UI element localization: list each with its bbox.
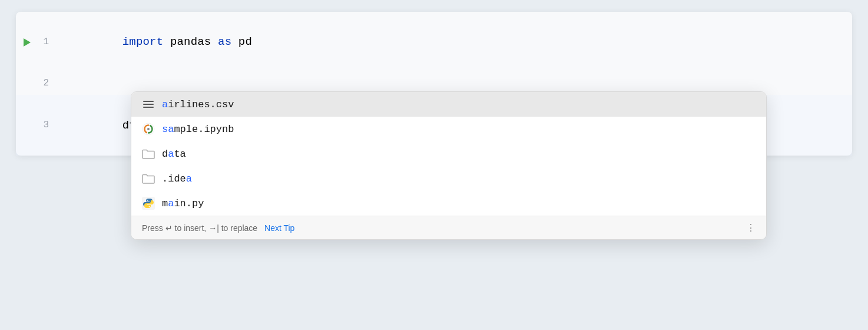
- keyword-import: import: [122, 35, 164, 48]
- svg-point-4: [147, 200, 148, 201]
- jupyter-icon: [142, 123, 155, 136]
- match-a3: a: [186, 173, 192, 184]
- folder-data-icon: [142, 147, 155, 160]
- line-number-1: 1: [37, 35, 49, 50]
- autocomplete-dropdown: airlines.csv sample.ipynb data: [131, 91, 767, 240]
- line-gutter-1: 1: [16, 35, 63, 50]
- lines-icon: [143, 101, 154, 108]
- svg-marker-0: [24, 38, 31, 47]
- footer-hint: Press ↵ to insert, →| to replace Next Ti…: [142, 223, 294, 233]
- footer-hint-text: Press ↵ to insert, →| to replace: [142, 223, 257, 233]
- item-text-data: data: [162, 148, 186, 160]
- editor-container: 1 import pandas as pd 2 3 df = pd.read_c…: [16, 12, 852, 156]
- line-content-2[interactable]: [63, 82, 852, 85]
- run-icon[interactable]: [21, 37, 32, 48]
- code-line-1: 1 import pandas as pd: [16, 12, 852, 72]
- line-gutter-3: 3: [16, 118, 63, 133]
- match-a: a: [162, 99, 168, 110]
- line-content-1[interactable]: import pandas as pd: [63, 14, 852, 70]
- autocomplete-item-idea[interactable]: .idea: [131, 166, 766, 191]
- keyword-as: as: [218, 35, 231, 48]
- python-file-icon: [142, 197, 155, 210]
- svg-point-2: [147, 128, 150, 130]
- item-text-idea: .idea: [162, 173, 192, 184]
- module-pandas: pandas: [170, 35, 211, 48]
- autocomplete-item-airlines-csv[interactable]: airlines.csv: [131, 92, 766, 117]
- run-icon-placeholder-3: [21, 120, 32, 131]
- run-icon-placeholder: [21, 78, 32, 90]
- autocomplete-item-main-py[interactable]: main.py: [131, 191, 766, 216]
- more-options-button[interactable]: ⋮: [746, 222, 756, 233]
- svg-point-5: [149, 206, 150, 207]
- line-gutter-2: 2: [16, 76, 63, 91]
- match-a4: a: [168, 198, 174, 209]
- autocomplete-item-sample-ipynb[interactable]: sample.ipynb: [131, 117, 766, 141]
- line-number-2: 2: [37, 76, 49, 91]
- item-text-sample: sample.ipynb: [162, 124, 234, 135]
- next-tip-button[interactable]: Next Tip: [264, 223, 294, 233]
- folder-idea-icon: [142, 172, 155, 185]
- autocomplete-footer: Press ↵ to insert, →| to replace Next Ti…: [131, 216, 766, 239]
- match-sa: sa: [162, 124, 174, 135]
- line-number-3: 3: [37, 118, 49, 133]
- alias-pd: pd: [238, 35, 252, 48]
- item-text-airlines: airlines.csv: [162, 99, 234, 110]
- item-text-main: main.py: [162, 198, 204, 209]
- autocomplete-item-data[interactable]: data: [131, 141, 766, 166]
- match-a2: a: [168, 148, 174, 160]
- file-csv-icon: [142, 98, 155, 111]
